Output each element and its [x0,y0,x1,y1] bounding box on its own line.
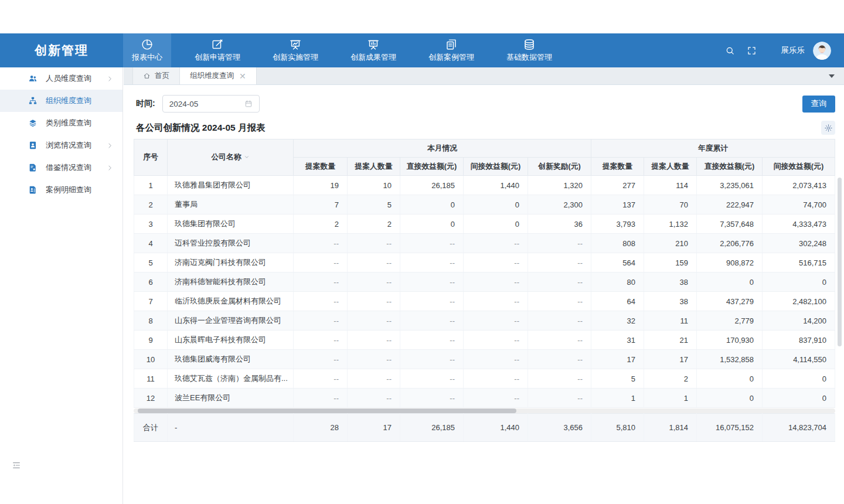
value-cell: -- [348,369,400,389]
col-header-month: 间接效益额(元) [464,158,528,176]
vertical-scrollbar-thumb[interactable] [838,178,842,346]
people-icon [28,74,38,83]
value-cell: -- [348,350,400,369]
sidebar-item[interactable]: 类别维度查询 [0,112,122,134]
value-cell: -- [348,311,400,331]
value-cell: 31 [591,331,644,350]
value-cell: 17 [644,350,697,369]
value-cell: 10 [348,176,400,195]
nav-item[interactable]: 创新案例管理 [420,33,483,67]
sort-caret-icon[interactable] [244,153,250,162]
value-cell: 2,482,100 [763,292,835,311]
col-group-year: 年度累计 [591,139,835,158]
calendar-icon [244,100,253,108]
nav-item-label: 创新案例管理 [428,52,474,63]
value-cell: 0 [697,369,763,389]
value-cell: -- [348,234,400,253]
sidebar-item[interactable]: 人员维度查询 [0,67,122,90]
value-cell: 2 [644,369,697,389]
company-name-cell: 济南迈克阀门科技有限公司 [168,253,294,273]
horizontal-scrollbar-thumb[interactable] [138,408,516,413]
table-row: 1玖德雅昌集团有限公司191026,1851,4401,3202771143,2… [134,176,835,195]
value-cell: 0 [400,214,464,234]
value-cell: 908,872 [697,253,763,273]
value-cell: 2,206,776 [697,234,763,253]
value-cell: 4,333,473 [763,214,835,234]
value-cell: -- [400,311,464,331]
value-cell: -- [528,273,591,292]
value-cell: 5 [591,369,644,389]
value-cell: 3,235,061 [697,176,763,195]
nav-item[interactable]: 基础数据管理 [498,33,561,67]
value-cell: -- [528,331,591,350]
vertical-scrollbar[interactable] [838,139,842,442]
time-label: 时间: [136,98,155,109]
avatar[interactable] [813,42,831,60]
board-bars-icon [367,38,380,51]
value-cell: 0 [763,389,835,408]
value-cell: 437,279 [697,292,763,311]
value-cell: 3 [134,214,168,234]
time-value: 2024-05 [169,100,199,108]
user-name[interactable]: 展乐乐 [781,45,805,56]
value-cell: 0 [400,195,464,214]
value-cell: -- [400,389,464,408]
value-cell: 1,440 [464,176,528,195]
search-icon[interactable] [725,46,735,56]
sidebar-item[interactable]: 案例明细查询 [0,179,122,201]
value-cell: 2 [134,195,168,214]
total-value-cell: 3,656 [528,414,591,442]
value-cell: 210 [644,234,697,253]
nav-item-label: 创新申请管理 [195,52,240,63]
nav-item-label: 创新实施管理 [273,52,318,63]
collapse-sidebar-icon[interactable] [12,461,21,470]
col-header-company-label: 公司名称 [211,152,241,161]
company-name-cell: 波兰EE有限公司 [168,389,294,408]
value-cell: 1 [591,389,644,408]
value-cell: 302,248 [763,234,835,253]
tab-dropdown-caret-icon[interactable] [829,74,835,78]
value-cell: 2,073,413 [763,176,835,195]
nav-item-label: 创新成果管理 [350,52,396,63]
col-header-company[interactable]: 公司名称 [168,139,294,176]
time-input[interactable]: 2024-05 [162,95,260,113]
nav-item[interactable]: 创新成果管理 [342,33,405,67]
value-cell: -- [528,350,591,369]
chevron-right-icon [107,165,113,171]
tab-home[interactable]: 首页 [132,67,180,84]
sidebar-item-label: 类别维度查询 [46,118,91,128]
value-cell: 114 [644,176,697,195]
sidebar-item[interactable]: 组织维度查询 [0,90,122,112]
nav-item[interactable]: 报表中心 [123,33,171,67]
query-button[interactable]: 查询 [802,96,835,113]
fullscreen-icon[interactable] [747,46,757,56]
value-cell: 0 [763,369,835,389]
total-value-cell: 14,823,704 [763,414,835,442]
value-cell: 277 [591,176,644,195]
nav-item[interactable]: 创新申请管理 [186,33,249,67]
value-cell: 7 [134,292,168,311]
top-tools: 展乐乐 [713,33,844,67]
close-icon[interactable]: ✕ [239,72,246,80]
total-label-cell: 合计 [134,414,168,442]
col-header-year: 提案人数量 [644,158,697,176]
chevron-right-icon [107,142,113,149]
company-name-cell: 山东得一企业管理咨询有限公司 [168,311,294,331]
app-title: 创新管理 [0,33,123,67]
sidebar-item[interactable]: 借鉴情况查询 [0,156,122,179]
tab-active[interactable]: 组织维度查询✕ [180,67,257,84]
horizontal-scrollbar[interactable] [134,408,835,413]
sidebar-item-label: 浏览情况查询 [46,140,91,151]
value-cell: -- [464,350,528,369]
gear-icon[interactable] [821,121,835,135]
value-cell: 1 [134,176,168,195]
value-cell: 2 [348,214,400,234]
company-name-cell: 玖德艾瓦兹（济南）金属制品有... [168,369,294,389]
nav-item[interactable]: 创新实施管理 [264,33,327,67]
col-group-month: 本月情况 [294,139,591,158]
value-cell: -- [294,253,348,273]
sidebar-item[interactable]: 浏览情况查询 [0,134,122,156]
total-value-cell: 1,440 [464,414,528,442]
page: 创新管理 报表中心创新申请管理创新实施管理创新成果管理创新案例管理基础数据管理 … [0,0,844,504]
badge-icon [28,141,38,150]
